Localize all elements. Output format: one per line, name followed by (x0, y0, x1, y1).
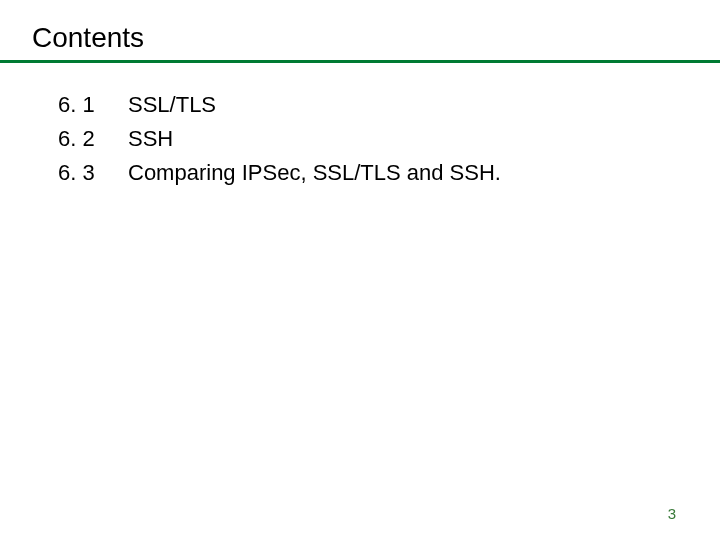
item-number: 6. 2 (58, 123, 128, 155)
item-label: Comparing IPSec, SSL/TLS and SSH. (128, 157, 501, 189)
list-item: 6. 3 Comparing IPSec, SSL/TLS and SSH. (58, 157, 720, 189)
page-number: 3 (668, 505, 676, 522)
item-label: SSL/TLS (128, 89, 216, 121)
contents-list: 6. 1 SSL/TLS 6. 2 SSH 6. 3 Comparing IPS… (0, 63, 720, 189)
page-title: Contents (0, 0, 720, 60)
item-label: SSH (128, 123, 173, 155)
item-number: 6. 1 (58, 89, 128, 121)
list-item: 6. 2 SSH (58, 123, 720, 155)
item-number: 6. 3 (58, 157, 128, 189)
list-item: 6. 1 SSL/TLS (58, 89, 720, 121)
